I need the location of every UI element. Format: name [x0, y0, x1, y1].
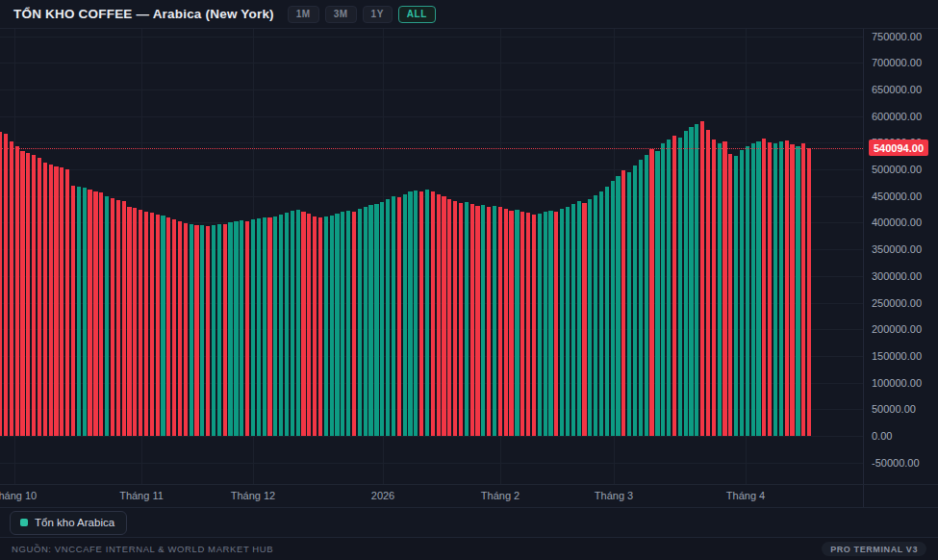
bar [341, 212, 344, 436]
gridline [0, 463, 863, 464]
bar [71, 186, 75, 436]
y-tick-label: 650000.00 [872, 84, 922, 95]
bar [594, 195, 597, 436]
bar [161, 216, 165, 436]
bar [122, 201, 126, 436]
bar [588, 199, 592, 436]
bar [307, 214, 311, 436]
bar [672, 136, 676, 436]
bar [577, 201, 581, 436]
bar [139, 210, 142, 436]
bar [481, 205, 485, 436]
bar [723, 141, 726, 436]
chart-header: TỔN KHO COFFEE — Arabica (New York) 1M 3… [0, 0, 938, 29]
bar [296, 210, 300, 436]
bar [346, 211, 350, 436]
legend-arabica[interactable]: Tổn kho Arabica [10, 511, 127, 535]
terminal-version-badge: PRO TERMINAL V3 [822, 542, 926, 556]
bar [470, 204, 474, 436]
bar [599, 191, 603, 436]
bar [150, 213, 154, 436]
gridline [0, 89, 863, 90]
gridline [0, 142, 863, 143]
bar [689, 127, 693, 436]
last-value-label: 540094.00 [869, 140, 928, 156]
y-tick-label: 700000.00 [872, 57, 922, 68]
x-tick-label: Tháng 10 [0, 490, 37, 501]
y-tick-label: 350000.00 [872, 243, 922, 255]
bar [554, 212, 558, 436]
bar [178, 221, 182, 436]
bar [475, 206, 479, 436]
bar [386, 199, 390, 436]
x-tick-label: Tháng 2 [481, 490, 520, 501]
y-tick-label: 100000.00 [872, 377, 922, 389]
bar [397, 197, 401, 436]
terminal-window: TỔN KHO COFFEE — Arabica (New York) 1M 3… [0, 0, 938, 560]
bar [548, 211, 552, 436]
gridline [0, 116, 863, 117]
bar [678, 138, 682, 436]
bar [223, 224, 227, 436]
bar [706, 130, 710, 436]
bar [526, 213, 530, 436]
bar [206, 226, 210, 436]
x-axis[interactable]: Tháng 10Tháng 11Tháng 122026Tháng 2Tháng… [0, 484, 938, 508]
bar [801, 143, 805, 436]
y-axis[interactable]: 750000.00700000.00650000.00600000.005500… [864, 29, 938, 484]
y-tick-label: 750000.00 [872, 31, 922, 42]
bar [447, 199, 451, 437]
range-button-all[interactable]: ALL [398, 6, 436, 23]
y-tick-label: 500000.00 [872, 164, 922, 175]
bar [661, 143, 665, 436]
bar [718, 143, 722, 436]
bar [301, 212, 305, 436]
bar [408, 191, 412, 436]
source-note: NGUỒN: VNCCAFE INTERNAL & WORLD MARKET H… [12, 544, 273, 554]
bar [245, 221, 249, 436]
bar [234, 221, 238, 436]
bar [487, 207, 491, 436]
gridline [0, 436, 863, 437]
bar [712, 140, 716, 436]
bar [768, 142, 772, 436]
x-tick-label: 2026 [371, 490, 394, 501]
y-tick-label: -50000.00 [872, 457, 920, 469]
bar [582, 203, 586, 436]
range-button-3m[interactable]: 3M [325, 6, 357, 23]
bar [43, 163, 47, 436]
bar [133, 208, 137, 436]
bar [240, 220, 243, 436]
bar [358, 209, 362, 436]
bar [335, 214, 339, 436]
bar [144, 212, 148, 436]
bar [751, 143, 755, 436]
bar [796, 146, 799, 436]
bar [217, 224, 221, 437]
bar [465, 202, 469, 436]
bar [431, 191, 435, 436]
bar [111, 198, 114, 436]
bar [498, 207, 502, 436]
bar [779, 141, 783, 436]
bar [493, 206, 496, 436]
range-switcher: 1M 3M 1Y ALL [288, 6, 436, 23]
bar [54, 166, 58, 436]
bar [105, 196, 109, 436]
y-tick-label: 450000.00 [872, 191, 922, 202]
x-tick-label: Tháng 3 [595, 490, 633, 501]
range-button-1m[interactable]: 1M [288, 6, 319, 23]
bar [251, 219, 255, 436]
bar [509, 211, 513, 436]
bar [414, 191, 418, 436]
gridline [0, 63, 863, 64]
bar [649, 149, 653, 436]
plot-surface[interactable] [0, 29, 863, 484]
bar [374, 204, 378, 436]
bar [504, 209, 508, 436]
range-button-1y[interactable]: 1Y [363, 6, 393, 23]
bar [621, 170, 625, 436]
bar [49, 165, 53, 436]
bar [515, 210, 519, 437]
bar [4, 134, 8, 436]
